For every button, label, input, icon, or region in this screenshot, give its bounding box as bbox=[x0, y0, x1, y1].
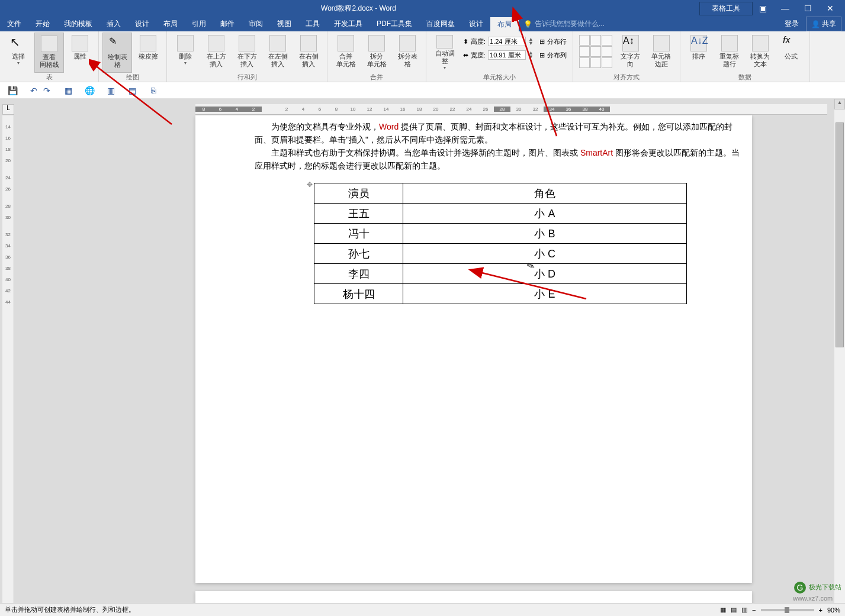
tab-references[interactable]: 引用 bbox=[185, 17, 213, 31]
insert-left-icon bbox=[269, 35, 286, 51]
tab-mail[interactable]: 邮件 bbox=[213, 17, 242, 31]
split-cells-button[interactable]: 拆分 单元格 bbox=[362, 33, 391, 73]
alignment-grid[interactable] bbox=[579, 35, 612, 68]
tab-home[interactable]: 开始 bbox=[28, 17, 57, 31]
delete-icon bbox=[177, 35, 194, 51]
cell-margins-icon bbox=[653, 35, 670, 51]
dist-cols-icon: ⊞ bbox=[539, 51, 545, 59]
save-icon[interactable]: 💾 bbox=[7, 85, 18, 96]
draw-table-button[interactable]: ✎绘制表格 bbox=[102, 33, 132, 73]
merge-cells-button[interactable]: 合并 单元格 bbox=[331, 33, 361, 73]
distribute-rows-button[interactable]: ⊞分布行 bbox=[539, 35, 567, 48]
table-row: 李四小 D bbox=[314, 264, 687, 284]
zoom-slider[interactable] bbox=[761, 609, 814, 611]
zoom-in-button[interactable]: + bbox=[819, 607, 822, 614]
grid-icon bbox=[41, 36, 57, 52]
split-table-button[interactable]: 拆分表格 bbox=[393, 33, 422, 73]
view-gridlines-button[interactable]: 查看 网格线 bbox=[34, 33, 64, 73]
height-spinner[interactable]: ▲▼ bbox=[528, 37, 534, 46]
tab-table-layout[interactable]: 布局 bbox=[490, 17, 519, 31]
table-row: 冯十小 B bbox=[314, 224, 687, 244]
text-direction-button[interactable]: A↕文字方向 bbox=[616, 33, 645, 73]
scroll-thumb[interactable] bbox=[836, 122, 844, 347]
table-tools-label: 表格工具 bbox=[699, 2, 753, 15]
maximize-icon[interactable]: ☐ bbox=[798, 2, 818, 15]
status-text: 单击并拖动可创建表格并绘制行、列和边框。 bbox=[5, 605, 135, 614]
merge-icon bbox=[338, 35, 354, 51]
undo-button[interactable]: ↶ bbox=[28, 85, 39, 96]
eraser-button[interactable]: 橡皮擦 bbox=[133, 33, 163, 73]
horizontal-ruler[interactable]: 8642 24681012141618202224262830323436384… bbox=[195, 104, 827, 115]
close-icon[interactable]: ✕ bbox=[820, 2, 840, 15]
qat-icon-5[interactable]: ⎘ bbox=[148, 85, 159, 96]
group-label-draw: 绘图 bbox=[126, 73, 139, 82]
tell-me-search[interactable]: 💡 告诉我您想要做什么... bbox=[519, 17, 609, 31]
width-spinner[interactable]: ▲▼ bbox=[528, 51, 534, 59]
data-table[interactable]: 演员角色 王五小 A 冯十小 B 孙七小 C 李四小 D 杨十四小 E bbox=[314, 183, 687, 304]
autofit-button[interactable]: 自动调整▾ bbox=[430, 33, 460, 73]
qat-icon-2[interactable]: 🌐 bbox=[84, 85, 95, 96]
page-1[interactable]: 为使您的文档具有专业外观，Word 提供了页眉、页脚、封面和文本框设计，这些设计… bbox=[195, 115, 752, 583]
repeat-header-button[interactable]: 重复标题行 bbox=[715, 33, 744, 73]
tab-review[interactable]: 审阅 bbox=[242, 17, 270, 31]
group-label-merge: 合并 bbox=[370, 73, 383, 82]
group-label-table: 表 bbox=[46, 73, 53, 82]
qat-icon-1[interactable]: ▦ bbox=[63, 85, 73, 96]
tab-insert[interactable]: 插入 bbox=[99, 17, 128, 31]
ruler-corner[interactable]: L bbox=[2, 104, 14, 115]
distribute-cols-button[interactable]: ⊞分布列 bbox=[539, 49, 567, 62]
select-button[interactable]: ↖选择▾ bbox=[4, 33, 33, 73]
tab-developer[interactable]: 开发工具 bbox=[327, 17, 370, 31]
view-web-icon[interactable]: ▥ bbox=[741, 606, 747, 614]
properties-icon bbox=[72, 35, 88, 51]
minimize-icon[interactable]: — bbox=[775, 2, 795, 15]
dist-rows-icon: ⊞ bbox=[539, 38, 545, 46]
insert-above-button[interactable]: 在上方插入 bbox=[201, 33, 231, 73]
tab-tools[interactable]: 工具 bbox=[298, 17, 327, 31]
tab-view[interactable]: 视图 bbox=[270, 17, 298, 31]
tab-layout[interactable]: 布局 bbox=[156, 17, 185, 31]
tab-templates[interactable]: 我的模板 bbox=[57, 17, 99, 31]
page-2[interactable] bbox=[195, 591, 752, 603]
vertical-ruler[interactable]: 141618202426283032343638404244 bbox=[2, 115, 14, 603]
scroll-up-icon[interactable]: ▲ bbox=[834, 99, 845, 109]
qat-icon-3[interactable]: ▥ bbox=[105, 85, 116, 96]
qat-icon-4[interactable]: ▤ bbox=[127, 85, 137, 96]
table-row: 王五小 A bbox=[314, 204, 687, 224]
tab-table-design[interactable]: 设计 bbox=[462, 17, 490, 31]
document-body[interactable]: 为使您的文档具有专业外观，Word 提供了页眉、页脚、封面和文本框设计，这些设计… bbox=[195, 115, 752, 316]
sort-button[interactable]: A↓Z排序 bbox=[684, 33, 714, 73]
vertical-scrollbar[interactable]: ▲ bbox=[834, 99, 845, 603]
insert-below-button[interactable]: 在下方插入 bbox=[232, 33, 262, 73]
insert-right-button[interactable]: 在右侧插入 bbox=[294, 33, 323, 73]
ribbon-options-icon[interactable]: ▣ bbox=[753, 2, 773, 15]
table-row: 杨十四小 E bbox=[314, 284, 687, 304]
insert-right-icon bbox=[300, 35, 317, 51]
table-anchor-icon[interactable]: ✥ bbox=[307, 178, 313, 191]
tab-file[interactable]: 文件 bbox=[0, 17, 28, 31]
menu-bar: 文件 开始 我的模板 插入 设计 布局 引用 邮件 审阅 视图 工具 开发工具 … bbox=[0, 17, 845, 31]
zoom-out-button[interactable]: − bbox=[752, 607, 756, 614]
delete-button[interactable]: 删除▾ bbox=[171, 33, 200, 73]
share-button[interactable]: 👤 共享 bbox=[806, 17, 841, 31]
redo-button[interactable]: ↷ bbox=[41, 85, 52, 96]
zoom-level[interactable]: 90% bbox=[827, 607, 840, 614]
view-print-icon[interactable]: ▦ bbox=[720, 606, 726, 614]
height-label: 高度: bbox=[471, 37, 486, 46]
height-input[interactable] bbox=[488, 37, 526, 46]
table-header-row: 演员角色 bbox=[314, 183, 687, 204]
tab-design[interactable]: 设计 bbox=[128, 17, 156, 31]
convert-text-button[interactable]: 转换为文本 bbox=[746, 33, 775, 73]
tab-baidu[interactable]: 百度网盘 bbox=[419, 17, 462, 31]
login-button[interactable]: 登录 bbox=[780, 17, 804, 31]
formula-button[interactable]: fx公式 bbox=[776, 33, 806, 73]
properties-button[interactable]: 属性 bbox=[65, 33, 95, 73]
view-read-icon[interactable]: ▤ bbox=[731, 606, 737, 614]
split-cells-icon bbox=[368, 35, 385, 51]
width-input[interactable] bbox=[488, 50, 526, 60]
cell-margins-button[interactable]: 单元格 边距 bbox=[647, 33, 676, 73]
eraser-icon bbox=[140, 35, 156, 51]
insert-left-button[interactable]: 在左侧插入 bbox=[263, 33, 293, 73]
ribbon: ↖选择▾ 查看 网格线 属性 表 ✎绘制表格 橡皮擦 绘图 删除▾ 在上方插入 … bbox=[0, 31, 845, 82]
tab-pdf[interactable]: PDF工具集 bbox=[370, 17, 419, 31]
